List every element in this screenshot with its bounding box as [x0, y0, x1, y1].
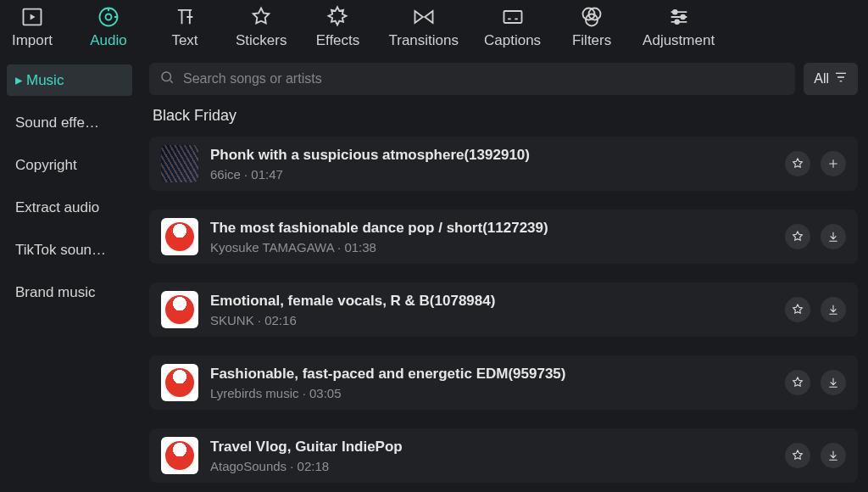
nav-label: Transitions — [388, 32, 459, 49]
nav-import[interactable]: Import — [7, 5, 58, 49]
text-icon — [173, 5, 197, 29]
main-panel: All Black Friday Phonk with a suspicious… — [139, 54, 868, 492]
track-actions — [785, 297, 846, 322]
sidebar-item-sound-effects[interactable]: Sound effe… — [7, 108, 132, 138]
track-title: Travel Vlog, Guitar IndiePop — [210, 439, 773, 456]
sidebar-item-music[interactable]: Music — [7, 64, 132, 96]
track-info: Travel Vlog, Guitar IndiePopAtagoSounds … — [210, 439, 773, 473]
track-meta: Kyosuke TAMAGAWA · 01:38 — [210, 240, 773, 254]
nav-label: Adjustment — [643, 32, 715, 49]
search-box[interactable] — [149, 63, 795, 95]
svg-point-9 — [675, 20, 679, 25]
track-actions — [785, 370, 846, 395]
track-meta: SKUNK · 02:16 — [210, 313, 773, 327]
svg-point-10 — [162, 72, 171, 81]
search-input[interactable] — [183, 71, 785, 87]
nav-text[interactable]: Text — [159, 5, 210, 49]
nav-label: Stickers — [236, 32, 287, 49]
search-icon — [159, 70, 175, 88]
track-art — [161, 145, 198, 182]
section-title: Black Friday — [149, 107, 858, 125]
svg-point-2 — [106, 14, 112, 20]
star-button[interactable] — [785, 443, 810, 468]
sidebar: Music Sound effe… Copyright Extract audi… — [0, 54, 139, 492]
track-actions — [785, 443, 846, 468]
track-row[interactable]: The most fashionable dance pop / short(1… — [149, 210, 858, 264]
nav-label: Audio — [90, 32, 126, 49]
download-button[interactable] — [821, 370, 846, 395]
track-row[interactable]: Fashionable, fast-paced and energetic ED… — [149, 355, 858, 410]
track-art — [161, 437, 198, 474]
track-actions — [785, 224, 846, 249]
track-info: Emotional, female vocals, R & B(1078984)… — [210, 293, 773, 327]
track-list: Phonk with a suspicious atmosphere(13929… — [149, 137, 858, 483]
track-art — [161, 291, 198, 328]
track-info: Phonk with a suspicious atmosphere(13929… — [210, 147, 773, 182]
nav-captions[interactable]: Captions — [484, 5, 541, 49]
download-button[interactable] — [821, 224, 846, 249]
track-title: Emotional, female vocals, R & B(1078984) — [210, 293, 773, 310]
audio-icon — [97, 5, 120, 29]
filter-icon — [834, 70, 848, 87]
captions-icon — [501, 5, 525, 29]
track-actions — [785, 151, 846, 176]
nav-adjustment[interactable]: Adjustment — [643, 5, 715, 49]
add-button[interactable] — [821, 151, 846, 176]
star-button[interactable] — [785, 224, 810, 249]
nav-stickers[interactable]: Stickers — [236, 5, 287, 49]
nav-transitions[interactable]: Transitions — [388, 5, 459, 49]
track-meta: 66ice · 01:47 — [210, 167, 773, 182]
sidebar-item-extract-audio[interactable]: Extract audio — [7, 193, 132, 223]
track-info: The most fashionable dance pop / short(1… — [210, 220, 773, 254]
download-button[interactable] — [821, 297, 846, 322]
track-title: Phonk with a suspicious atmosphere(13929… — [210, 147, 773, 164]
filter-all-button[interactable]: All — [804, 63, 858, 95]
nav-label: Filters — [572, 32, 611, 49]
nav-label: Captions — [484, 32, 541, 49]
nav-label: Effects — [316, 32, 360, 49]
sidebar-item-tiktok-sound[interactable]: TikTok soun… — [7, 235, 132, 266]
nav-audio[interactable]: Audio — [83, 5, 134, 49]
svg-point-7 — [673, 10, 677, 14]
star-button[interactable] — [785, 151, 810, 176]
nav-label: Text — [171, 32, 198, 49]
track-row[interactable]: Phonk with a suspicious atmosphere(13929… — [149, 137, 858, 191]
stickers-icon — [249, 5, 273, 29]
nav-effects[interactable]: Effects — [312, 5, 363, 49]
track-row[interactable]: Travel Vlog, Guitar IndiePopAtagoSounds … — [149, 428, 858, 483]
track-meta: Lyrebirds music · 03:05 — [210, 386, 773, 400]
nav-label: Import — [12, 32, 53, 49]
track-title: Fashionable, fast-paced and energetic ED… — [210, 366, 773, 383]
track-row[interactable]: Emotional, female vocals, R & B(1078984)… — [149, 282, 858, 337]
sidebar-item-brand-music[interactable]: Brand music — [7, 277, 132, 308]
filters-icon — [580, 5, 604, 29]
track-meta: AtagoSounds · 02:18 — [210, 459, 773, 473]
filter-all-label: All — [814, 71, 829, 87]
star-button[interactable] — [785, 297, 810, 322]
import-icon — [20, 5, 44, 29]
star-button[interactable] — [785, 370, 810, 395]
track-info: Fashionable, fast-paced and energetic ED… — [210, 366, 773, 400]
download-button[interactable] — [821, 443, 846, 468]
svg-point-8 — [681, 15, 685, 20]
track-art — [161, 364, 198, 401]
effects-icon — [326, 5, 349, 29]
track-title: The most fashionable dance pop / short(1… — [210, 220, 773, 237]
track-art — [161, 218, 198, 255]
sidebar-item-copyright[interactable]: Copyright — [7, 150, 132, 181]
adjustment-icon — [667, 5, 691, 29]
top-nav: Import Audio Text Stickers Effects Trans… — [0, 0, 868, 54]
transitions-icon — [412, 5, 436, 29]
nav-filters[interactable]: Filters — [566, 5, 617, 49]
svg-rect-3 — [504, 11, 521, 23]
